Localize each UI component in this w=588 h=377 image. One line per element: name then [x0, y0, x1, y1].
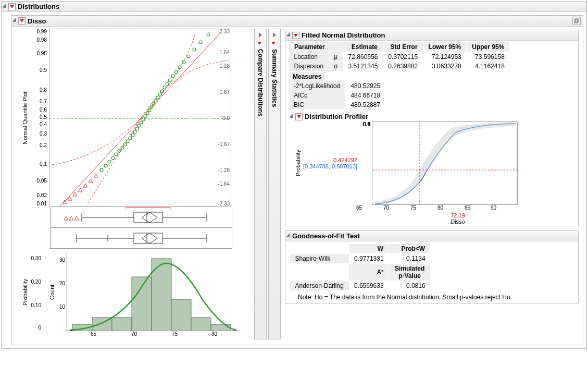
distributions-panel: Distributions Disso Normal Quantile P [1, 1, 587, 349]
tick: 10 [59, 304, 65, 310]
disso-header: Disso [11, 16, 583, 27]
svg-point-17 [140, 121, 143, 124]
disclosure-icon[interactable] [12, 18, 18, 23]
svg-point-38 [207, 33, 210, 36]
tab-label: Compare Distributions [257, 49, 264, 116]
menu-button[interactable] [8, 3, 16, 10]
svg-point-30 [168, 79, 171, 82]
disclosure-icon[interactable] [2, 4, 8, 9]
tick: 65 [91, 331, 96, 337]
menu-button[interactable] [18, 17, 26, 25]
table-row: Location μ 72.860556 0.3702115 72.124953… [289, 52, 510, 62]
table-row: BIC489.52887 [289, 100, 385, 110]
col-stderror: Std Error [383, 42, 423, 52]
svg-point-35 [187, 55, 190, 58]
svg-point-12 [129, 137, 132, 140]
red-triangle-icon [20, 19, 24, 22]
distributions-title: Distributions [18, 3, 59, 10]
popout-button[interactable] [572, 17, 581, 25]
svg-rect-62 [132, 277, 152, 331]
fitted-normal-header: Fitted Normal Distribution [285, 30, 578, 41]
quantile-y-label: Normal Quantile Plot [22, 29, 28, 207]
col-prob-w: Prob<W [389, 244, 431, 254]
svg-text:0.0: 0.0 [222, 115, 230, 121]
svg-text:1.64: 1.64 [220, 50, 230, 55]
table-row: Shapiro-Wilk0.97713310.1134 [290, 254, 431, 264]
svg-point-15 [135, 127, 139, 130]
disclosure-icon[interactable] [286, 32, 292, 38]
profiler-x-label: Disso [341, 218, 575, 225]
tab-label: Summary Statistics [271, 49, 278, 107]
tick: 0.2 [40, 142, 47, 148]
tick: 75 [410, 205, 416, 211]
table-row: Anderson-Darling0.65696330.0816 [290, 281, 431, 291]
tick: 0.10 [31, 302, 41, 308]
tick: 0.05 [37, 178, 47, 184]
svg-text:-1.28: -1.28 [218, 167, 230, 173]
svg-text:0.67: 0.67 [220, 89, 230, 95]
svg-text:1.28: 1.28 [220, 63, 230, 69]
col-a2: A² [349, 264, 389, 281]
tick: 20 [59, 281, 65, 286]
svg-point-16 [137, 124, 141, 127]
boxplot-2[interactable] [50, 228, 232, 249]
parameter-table: Parameter Estimate Std Error Lower 95% U… [289, 42, 510, 71]
svg-rect-1 [576, 19, 579, 22]
svg-point-29 [166, 82, 169, 86]
svg-rect-51 [134, 212, 162, 223]
boxplot-1[interactable] [50, 207, 232, 228]
svg-text:-0.67: -0.67 [218, 141, 230, 147]
prob-ci: [0.344788, 0.507013] [303, 163, 357, 169]
tick: 0.1 [40, 161, 47, 167]
tick: 75 [172, 331, 178, 337]
menu-button[interactable] [292, 32, 299, 39]
profiler-chart[interactable] [372, 121, 518, 205]
red-triangle-icon [257, 42, 261, 45]
svg-point-7 [115, 153, 118, 156]
tick: 70 [131, 331, 137, 337]
disclosure-icon[interactable] [286, 233, 292, 239]
svg-point-6 [111, 156, 115, 160]
tick: 0.6 [40, 107, 47, 113]
svg-point-31 [171, 75, 174, 78]
tick: 0.01 [37, 201, 47, 206]
tick: 0.8 [40, 87, 47, 93]
tick: 0 [367, 121, 370, 127]
fitted-normal-panel: Fitted Normal Distribution Parameter Est… [285, 30, 579, 226]
disso-title: Disso [28, 17, 46, 25]
tick: 80 [211, 331, 217, 337]
svg-point-8 [118, 149, 121, 152]
tick: 80 [437, 205, 443, 211]
gof-panel: Goodness-of-Fit Test WProb<W Shapiro-Wil… [285, 230, 579, 303]
svg-point-36 [193, 48, 196, 51]
tick: 0.7 [40, 99, 47, 104]
svg-text:-2.33: -2.33 [218, 201, 230, 206]
histogram[interactable] [67, 253, 239, 331]
chevron-right-icon [273, 32, 276, 38]
measures-header: Measures [289, 72, 326, 81]
tick: 0.95 [37, 51, 47, 56]
chevron-right-icon [259, 32, 262, 38]
tick: 0.02 [37, 192, 47, 198]
tick: 85 [465, 205, 470, 211]
tick: 0 [38, 325, 41, 331]
profiler-y-label: Probability [295, 150, 301, 176]
tick: 90 [491, 205, 496, 211]
hist-count-label: Count [49, 253, 55, 331]
svg-point-26 [158, 93, 161, 96]
menu-button[interactable] [295, 113, 303, 120]
svg-point-19 [144, 115, 147, 118]
svg-text:-1.64: -1.64 [218, 181, 230, 187]
red-triangle-icon [271, 42, 276, 45]
summary-statistics-tab[interactable]: Summary Statistics [268, 29, 281, 339]
tick: 0.4 [40, 121, 47, 127]
quantile-plot[interactable]: 2.33 1.64 1.28 0.67 0.0 -0.67 -1.28 -1.6… [49, 29, 231, 207]
hist-prob-label: Probability [22, 253, 28, 331]
col-estimate: Estimate [343, 42, 383, 52]
disclosure-icon[interactable] [289, 114, 295, 119]
svg-point-28 [163, 86, 166, 89]
profiler-x-value: 72.19 [341, 212, 575, 218]
table-row: -2*LogLikelihood480.52925 [289, 81, 385, 91]
tick: 0.3 [40, 131, 47, 137]
compare-distributions-tab[interactable]: Compare Distributions [254, 29, 267, 339]
